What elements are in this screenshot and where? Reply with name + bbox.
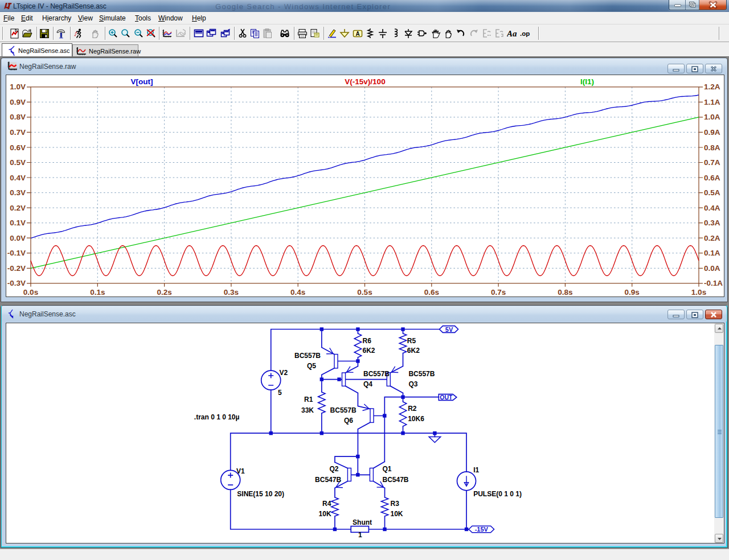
svg-text:.tran 0 1 0 10µ: .tran 0 1 0 10µ — [194, 413, 240, 421]
svg-text:0.8V: 0.8V — [10, 113, 26, 121]
svg-text:-0.3V: -0.3V — [7, 279, 26, 287]
svg-text:Q2: Q2 — [330, 465, 339, 473]
svg-text:-0.2V: -0.2V — [7, 264, 26, 273]
svg-text:1.1A: 1.1A — [704, 98, 720, 106]
svg-text:0.2V: 0.2V — [10, 204, 26, 212]
svg-text:BC557B: BC557B — [294, 352, 321, 360]
svg-text:1.0s: 1.0s — [691, 288, 706, 297]
svg-text:0.3A: 0.3A — [704, 219, 720, 227]
svg-text:0.3s: 0.3s — [224, 288, 239, 297]
svg-text:33K: 33K — [301, 406, 314, 414]
svg-text:BC557B: BC557B — [408, 370, 435, 378]
svg-text:0.8s: 0.8s — [558, 288, 572, 297]
svg-text:BC547B: BC547B — [315, 476, 341, 484]
svg-text:Q1: Q1 — [383, 465, 392, 473]
svg-text:0.6s: 0.6s — [424, 288, 439, 297]
svg-text:0.5V: 0.5V — [10, 158, 26, 167]
svg-text:0.6A: 0.6A — [704, 174, 720, 182]
svg-text:0.7A: 0.7A — [704, 158, 720, 167]
svg-text:6K2: 6K2 — [407, 347, 420, 355]
svg-text:0.4A: 0.4A — [704, 204, 720, 212]
svg-text:BC547B: BC547B — [383, 476, 409, 484]
svg-text:OUT: OUT — [440, 394, 453, 401]
svg-text:BC557B: BC557B — [363, 370, 390, 378]
svg-text:0.6V: 0.6V — [10, 143, 26, 152]
svg-text:Q4: Q4 — [363, 380, 372, 388]
svg-text:1.2A: 1.2A — [704, 83, 720, 91]
svg-text:0.9V: 0.9V — [10, 98, 26, 106]
svg-text:Q5: Q5 — [307, 362, 316, 370]
svg-text:5: 5 — [278, 389, 282, 397]
svg-text:0.2s: 0.2s — [157, 288, 171, 297]
svg-text:0.0A: 0.0A — [704, 264, 720, 273]
svg-text:0.1s: 0.1s — [90, 288, 105, 297]
svg-text:Aa: Aa — [507, 29, 517, 38]
svg-text:-0.1V: -0.1V — [7, 249, 26, 257]
svg-text:0.4s: 0.4s — [290, 288, 305, 297]
svg-text:0.0s: 0.0s — [23, 288, 38, 297]
svg-text:0.5A: 0.5A — [704, 188, 720, 197]
svg-text:0.3V: 0.3V — [10, 188, 26, 197]
svg-text:5V: 5V — [445, 326, 453, 333]
svg-text:-0.1A: -0.1A — [704, 279, 723, 287]
svg-text:R6: R6 — [363, 337, 372, 345]
svg-text:0.9A: 0.9A — [704, 128, 720, 137]
svg-text:0.7V: 0.7V — [10, 128, 26, 137]
svg-text:-15V: -15V — [475, 526, 489, 533]
svg-text:10K6: 10K6 — [408, 415, 424, 423]
svg-text:BC557B: BC557B — [330, 406, 357, 414]
svg-text:10K: 10K — [391, 510, 403, 518]
svg-text:0.8A: 0.8A — [704, 143, 720, 152]
svg-text:SINE(15 10 20): SINE(15 10 20) — [237, 490, 284, 498]
svg-text:0.1A: 0.1A — [704, 249, 720, 257]
svg-text:I(I1): I(I1) — [580, 77, 594, 86]
svg-text:Shunt: Shunt — [353, 518, 372, 526]
svg-text:0.4V: 0.4V — [10, 174, 26, 182]
svg-text:10K: 10K — [319, 510, 331, 518]
svg-text:PULSE(0 1 0 1): PULSE(0 1 0 1) — [473, 490, 522, 498]
svg-text:I1: I1 — [473, 466, 479, 474]
svg-text:0.1V: 0.1V — [10, 219, 26, 227]
svg-text:0.5s: 0.5s — [357, 288, 372, 297]
svg-text:0.9s: 0.9s — [625, 288, 640, 297]
svg-text:0.0V: 0.0V — [10, 234, 26, 242]
svg-text:A: A — [355, 31, 359, 37]
svg-text:V(-15v)/100: V(-15v)/100 — [345, 77, 385, 86]
svg-text:R3: R3 — [391, 500, 400, 508]
svg-text:R2: R2 — [408, 405, 417, 413]
svg-text:Q6: Q6 — [344, 417, 353, 425]
svg-text:V1: V1 — [236, 467, 245, 475]
svg-text:V2: V2 — [280, 369, 288, 377]
svg-text:1: 1 — [358, 531, 362, 539]
svg-text:Q3: Q3 — [408, 380, 417, 388]
svg-text:1.0V: 1.0V — [10, 83, 26, 91]
svg-text:R1: R1 — [304, 396, 313, 403]
svg-text:0.2A: 0.2A — [704, 234, 720, 242]
svg-text:6K2: 6K2 — [363, 347, 375, 355]
svg-text:R4: R4 — [322, 500, 331, 508]
svg-text:V[out]: V[out] — [131, 77, 153, 86]
svg-text:0.7s: 0.7s — [491, 288, 506, 297]
svg-text:R5: R5 — [407, 337, 416, 345]
svg-text:.op: .op — [520, 30, 530, 37]
svg-text:1.0A: 1.0A — [704, 113, 720, 121]
